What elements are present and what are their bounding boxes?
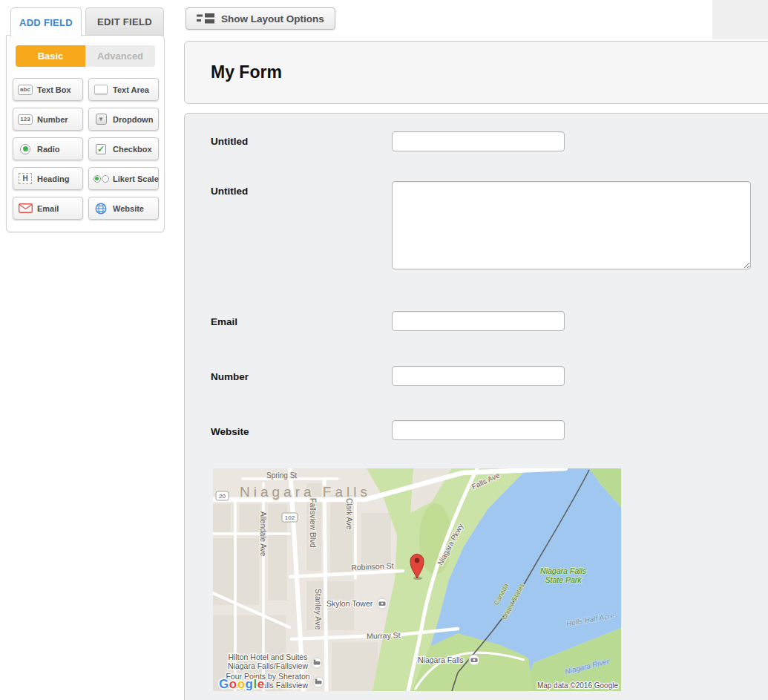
map-label-skylon-tower: Skylon Tower: [326, 599, 373, 608]
map-city-label: Niagara Falls: [240, 484, 371, 500]
map-label-allendale-ave: Allendale Ave: [259, 511, 267, 557]
field-button-text-box[interactable]: abc Text Box: [13, 78, 83, 101]
map-attribution: Map data ©2016 Google: [537, 681, 619, 690]
map-label-fallsview-blvd: Fallsview Blvd: [309, 498, 318, 548]
field-button-number[interactable]: 123 Number: [13, 108, 83, 131]
heading-icon: H: [17, 173, 33, 184]
untitled-text-input[interactable]: [392, 131, 565, 151]
map-label-spring-st: Spring St: [266, 471, 297, 480]
textbox-abc-icon: abc: [17, 85, 33, 95]
sidebar-tabs: ADD FIELD EDIT FIELD: [6, 7, 165, 36]
lodging-poi-icon: [312, 658, 322, 668]
field-label-untitled-textarea: Untitled: [211, 186, 248, 197]
number-123-icon: 123: [17, 114, 33, 125]
field-button-radio[interactable]: Radio: [13, 137, 83, 160]
google-logo: Google: [219, 677, 265, 691]
tab-edit-field[interactable]: EDIT FIELD: [85, 7, 164, 36]
field-button-checkbox[interactable]: ✓ Checkbox: [88, 137, 159, 160]
svg-text:20: 20: [219, 493, 226, 500]
email-input[interactable]: [392, 311, 565, 331]
show-layout-options-button[interactable]: Show Layout Options: [186, 7, 335, 30]
route-shield-102: 102: [282, 513, 298, 522]
svg-text:102: 102: [285, 514, 295, 521]
map-label-niagara-falls-poi: Niagara Falls: [418, 655, 464, 664]
textarea-icon: [93, 85, 109, 94]
field-label-number: Number: [211, 371, 249, 382]
map-label-stanley-ave: Stanley Ave: [314, 589, 323, 629]
form-title: My Form: [211, 62, 282, 82]
add-field-panel: Basic Advanced abc Text Box Text Area 12…: [6, 35, 165, 232]
field-category-switch: Basic Advanced: [16, 45, 155, 67]
radio-icon: [17, 144, 33, 154]
camera-poi-icon-2: [469, 655, 479, 665]
field-button-dropdown[interactable]: ▼ Dropdown: [88, 108, 159, 131]
subtab-advanced[interactable]: Advanced: [85, 45, 155, 67]
map-widget[interactable]: 20 102 Niagara Falls Spring St Allendale…: [213, 468, 621, 691]
field-label-email: Email: [211, 316, 237, 327]
field-label-untitled-text: Untitled: [211, 136, 248, 147]
camera-poi-icon: [377, 598, 387, 609]
field-button-text-area[interactable]: Text Area: [88, 78, 159, 101]
layout-options-icon: [197, 13, 214, 24]
map-label-state-park-1: Niagara Falls: [540, 566, 587, 575]
background-strip: [712, 0, 768, 39]
dropdown-icon: ▼: [93, 114, 109, 125]
map-label-clark-ave: Clark Ave: [345, 498, 353, 530]
subtab-basic[interactable]: Basic: [16, 45, 85, 67]
field-label-website: Website: [211, 426, 249, 437]
number-input[interactable]: [392, 366, 565, 386]
field-button-grid: abc Text Box Text Area 123 Number ▼ Drop…: [7, 69, 164, 224]
untitled-textarea[interactable]: [392, 181, 751, 269]
map-label-state-park-2: State Park: [545, 575, 582, 584]
field-button-website[interactable]: Website: [88, 197, 159, 220]
map-label-hilton-2: Niagara Falls/Fallsview: [228, 661, 308, 670]
field-button-heading[interactable]: H Heading: [13, 167, 83, 190]
website-globe-icon: [93, 203, 109, 215]
map-label-hilton-1: Hilton Hotel and Suites: [229, 652, 308, 661]
form-canvas: Untitled Untitled Email Number Website: [184, 113, 768, 700]
field-button-email[interactable]: Email: [13, 197, 83, 220]
form-title-panel[interactable]: My Form: [184, 41, 768, 104]
likert-scale-icon: [93, 175, 109, 183]
field-sidebar: ADD FIELD EDIT FIELD Basic Advanced abc …: [6, 7, 165, 232]
map-label-murray-st: Murray St: [367, 630, 401, 641]
checkbox-icon: ✓: [93, 144, 109, 154]
website-input[interactable]: [392, 420, 565, 440]
field-button-likert-scale[interactable]: Likert Scale: [88, 167, 159, 190]
tab-add-field[interactable]: ADD FIELD: [10, 7, 82, 36]
route-shield-20: 20: [216, 491, 229, 500]
lodging-poi-icon-2: [313, 677, 324, 687]
email-envelope-icon: [17, 203, 33, 213]
google-map: 20 102 Niagara Falls Spring St Allendale…: [213, 468, 621, 691]
